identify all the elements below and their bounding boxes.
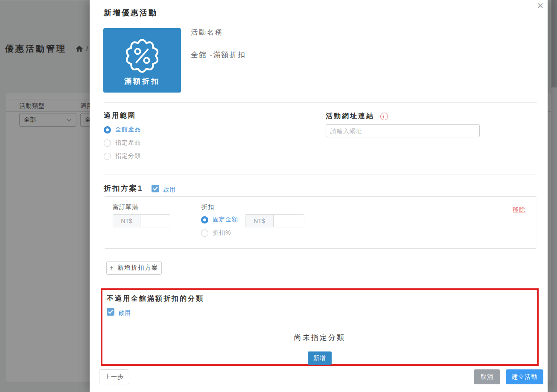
check-icon <box>153 186 158 191</box>
discount-amount-group: NT$ <box>245 214 304 227</box>
empty-categories-text: 尚未指定分類 <box>102 333 537 343</box>
radio-unselected-icon[interactable] <box>104 153 111 160</box>
percent-badge-icon <box>122 35 163 76</box>
excluded-categories-section: 不適用全館滿額折扣的分類 啟用 尚未指定分類 新增 <box>101 288 539 366</box>
discount-plan-card: 當訂單滿 NT$ 折扣 固定金額 折扣% NT$ 移除 <box>104 196 537 249</box>
radio-selected-icon[interactable] <box>201 216 208 224</box>
create-activity-button[interactable]: 建立活動 <box>506 369 543 384</box>
remove-plan-link[interactable]: 移除 <box>513 206 525 214</box>
back-button[interactable]: 上一步 <box>99 369 129 384</box>
threshold-input-group: NT$ <box>113 214 170 227</box>
plus-icon: + <box>110 264 114 272</box>
excluded-heading: 不適用全館滿額折扣的分類 <box>107 294 204 303</box>
plan-enable-label: 啟用 <box>163 186 176 194</box>
radio-unselected-icon[interactable] <box>201 229 208 237</box>
info-icon[interactable]: i <box>380 113 388 120</box>
divider <box>104 283 537 283</box>
check-icon <box>108 310 113 314</box>
currency-prefix: NT$ <box>113 215 140 227</box>
modal-title: 新增優惠活動 <box>104 8 157 18</box>
create-promotion-modal: 新增優惠活動 ✕ 滿額折扣 活動名稱 全館 -滿額折扣 適用範圍 全館產品 指定… <box>90 0 548 392</box>
close-icon[interactable]: ✕ <box>534 0 546 12</box>
radio-selected-icon[interactable] <box>104 126 111 134</box>
cancel-button[interactable]: 取消 <box>474 369 500 384</box>
threshold-label: 當訂單滿 <box>113 203 138 211</box>
plan-heading: 折扣方案1 <box>104 183 143 193</box>
activity-name-value: 全館 -滿額折扣 <box>191 50 245 60</box>
discount-option-fixed-amount[interactable]: 固定金額 <box>201 216 238 224</box>
tile-label: 滿額折扣 <box>103 76 181 86</box>
divider <box>104 174 537 174</box>
url-input[interactable] <box>326 124 480 137</box>
threshold-input[interactable] <box>140 215 170 227</box>
add-category-button[interactable]: 新增 <box>308 351 332 365</box>
radio-label: 指定分類 <box>115 152 141 160</box>
scope-option-all-products[interactable]: 全館產品 <box>104 126 141 134</box>
divider <box>104 102 537 103</box>
add-plan-button[interactable]: + 新增折扣方案 <box>106 261 162 275</box>
radio-label: 固定金額 <box>213 216 238 224</box>
plan-enable-checkbox[interactable] <box>152 185 159 192</box>
excluded-enable-label: 啟用 <box>118 309 131 317</box>
radio-label: 折扣% <box>213 229 231 237</box>
currency-prefix: NT$ <box>245 215 274 227</box>
scope-option-specific-categories[interactable]: 指定分類 <box>104 152 141 160</box>
excluded-enable-checkbox[interactable] <box>107 308 114 316</box>
promotion-type-tile: 滿額折扣 <box>103 28 181 93</box>
radio-label: 全館產品 <box>115 126 141 134</box>
url-section: 活動網址連結 i <box>326 112 388 121</box>
discount-amount-input[interactable] <box>274 215 304 227</box>
discount-option-percent[interactable]: 折扣% <box>201 229 231 237</box>
add-plan-label: 新增折扣方案 <box>117 264 158 272</box>
radio-label: 指定產品 <box>115 139 141 147</box>
activity-name-label: 活動名稱 <box>191 28 223 37</box>
radio-unselected-icon[interactable] <box>104 139 111 147</box>
url-heading: 活動網址連結 <box>326 112 374 121</box>
scope-option-specific-products[interactable]: 指定產品 <box>104 139 141 147</box>
scope-heading: 適用範圍 <box>104 111 136 120</box>
discount-label: 折扣 <box>201 203 214 211</box>
